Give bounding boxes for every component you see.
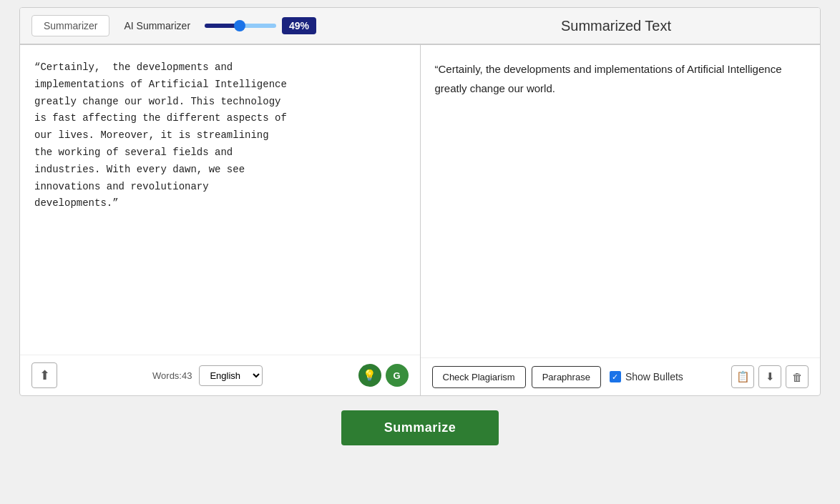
right-panel: “Certainly, the developments and impleme…: [421, 45, 821, 395]
download-button[interactable]: ⬇: [758, 365, 781, 388]
slider-container: 49%: [205, 17, 316, 34]
copy-button[interactable]: 📋: [731, 365, 754, 388]
left-panel-footer: ⬆ Words:43 English Spanish French German…: [20, 355, 420, 395]
right-action-icons: 📋 ⬇ 🗑: [731, 365, 809, 388]
check-plagiarism-button[interactable]: Check Plagiarism: [432, 366, 526, 388]
percent-badge: 49%: [282, 17, 316, 34]
paraphrase-button[interactable]: Paraphrase: [532, 366, 601, 388]
tab-summarizer[interactable]: Summarizer: [31, 15, 109, 36]
summarize-button[interactable]: Summarize: [341, 410, 499, 445]
show-bullets-label: Show Bullets: [625, 371, 683, 382]
summarized-text-title: Summarized Text: [561, 18, 671, 34]
grammarly1-icon: 💡: [363, 369, 376, 382]
summarized-text-content[interactable]: “Certainly, the developments and impleme…: [421, 45, 821, 357]
content-area: “Certainly, the developments and impleme…: [20, 44, 820, 395]
summarize-btn-container: Summarize: [341, 410, 499, 445]
word-count: Words:43: [152, 370, 192, 381]
delete-icon: 🗑: [792, 371, 803, 383]
input-text-area[interactable]: “Certainly, the developments and impleme…: [20, 45, 420, 355]
upload-icon: ⬆: [39, 367, 50, 383]
grammarly-icon-2[interactable]: G: [386, 364, 409, 387]
right-top-bar: Summarized Text: [424, 18, 809, 34]
grammarly2-icon: G: [393, 370, 400, 381]
show-bullets-checkbox[interactable]: ✓: [610, 371, 621, 382]
top-bar: Summarizer AI Summarizer 49% Summarized …: [20, 8, 820, 44]
download-icon: ⬇: [766, 370, 775, 383]
left-top-bar: Summarizer AI Summarizer 49%: [31, 15, 416, 36]
right-panel-footer: Check Plagiarism Paraphrase ✓ Show Bulle…: [421, 357, 821, 395]
upload-button[interactable]: ⬆: [31, 362, 57, 388]
left-panel: “Certainly, the developments and impleme…: [20, 45, 421, 395]
main-container: Summarizer AI Summarizer 49% Summarized …: [19, 7, 821, 396]
grammarly-icon-1[interactable]: 💡: [358, 364, 381, 387]
copy-icon: 📋: [736, 370, 750, 383]
tab-ai-summarizer[interactable]: AI Summarizer: [117, 16, 197, 36]
bottom-icons: 💡 G: [358, 364, 409, 387]
summary-length-slider[interactable]: [205, 24, 276, 28]
delete-button[interactable]: 🗑: [786, 365, 809, 388]
language-select[interactable]: English Spanish French German Italian: [199, 365, 263, 386]
show-bullets-container: ✓ Show Bullets: [610, 371, 683, 382]
